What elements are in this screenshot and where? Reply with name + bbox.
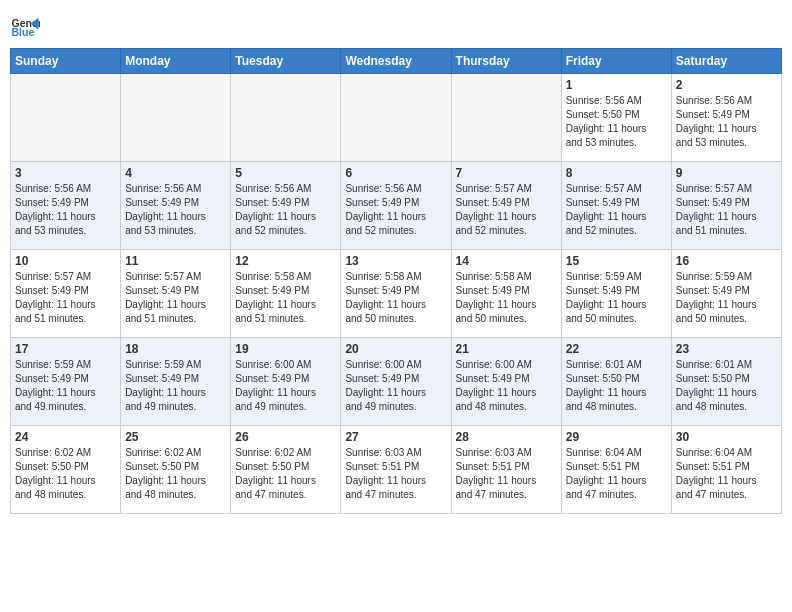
day-number: 1 <box>566 78 667 92</box>
day-number: 18 <box>125 342 226 356</box>
day-info: Sunrise: 6:00 AM Sunset: 5:49 PM Dayligh… <box>345 358 446 414</box>
day-number: 20 <box>345 342 446 356</box>
calendar-cell <box>451 74 561 162</box>
day-number: 11 <box>125 254 226 268</box>
day-number: 26 <box>235 430 336 444</box>
calendar-cell: 22Sunrise: 6:01 AM Sunset: 5:50 PM Dayli… <box>561 338 671 426</box>
weekday-header: Sunday <box>11 49 121 74</box>
day-number: 6 <box>345 166 446 180</box>
calendar-cell: 14Sunrise: 5:58 AM Sunset: 5:49 PM Dayli… <box>451 250 561 338</box>
calendar-cell: 1Sunrise: 5:56 AM Sunset: 5:50 PM Daylig… <box>561 74 671 162</box>
day-info: Sunrise: 5:59 AM Sunset: 5:49 PM Dayligh… <box>15 358 116 414</box>
day-info: Sunrise: 5:57 AM Sunset: 5:49 PM Dayligh… <box>676 182 777 238</box>
calendar-cell <box>11 74 121 162</box>
day-info: Sunrise: 5:57 AM Sunset: 5:49 PM Dayligh… <box>566 182 667 238</box>
day-info: Sunrise: 6:02 AM Sunset: 5:50 PM Dayligh… <box>235 446 336 502</box>
calendar-cell: 21Sunrise: 6:00 AM Sunset: 5:49 PM Dayli… <box>451 338 561 426</box>
calendar-cell: 3Sunrise: 5:56 AM Sunset: 5:49 PM Daylig… <box>11 162 121 250</box>
calendar-cell <box>231 74 341 162</box>
weekday-header: Monday <box>121 49 231 74</box>
weekday-header: Saturday <box>671 49 781 74</box>
weekday-header: Friday <box>561 49 671 74</box>
day-number: 14 <box>456 254 557 268</box>
day-info: Sunrise: 5:59 AM Sunset: 5:49 PM Dayligh… <box>676 270 777 326</box>
day-number: 24 <box>15 430 116 444</box>
calendar-table: SundayMondayTuesdayWednesdayThursdayFrid… <box>10 48 782 514</box>
calendar-cell: 17Sunrise: 5:59 AM Sunset: 5:49 PM Dayli… <box>11 338 121 426</box>
day-info: Sunrise: 5:57 AM Sunset: 5:49 PM Dayligh… <box>125 270 226 326</box>
day-number: 7 <box>456 166 557 180</box>
day-number: 12 <box>235 254 336 268</box>
day-info: Sunrise: 6:01 AM Sunset: 5:50 PM Dayligh… <box>566 358 667 414</box>
day-info: Sunrise: 5:57 AM Sunset: 5:49 PM Dayligh… <box>456 182 557 238</box>
calendar-cell: 5Sunrise: 5:56 AM Sunset: 5:49 PM Daylig… <box>231 162 341 250</box>
day-info: Sunrise: 5:58 AM Sunset: 5:49 PM Dayligh… <box>235 270 336 326</box>
calendar-cell: 27Sunrise: 6:03 AM Sunset: 5:51 PM Dayli… <box>341 426 451 514</box>
day-number: 4 <box>125 166 226 180</box>
day-number: 28 <box>456 430 557 444</box>
page-header: General Blue <box>10 10 782 40</box>
day-info: Sunrise: 5:58 AM Sunset: 5:49 PM Dayligh… <box>456 270 557 326</box>
day-info: Sunrise: 5:59 AM Sunset: 5:49 PM Dayligh… <box>125 358 226 414</box>
calendar-cell: 7Sunrise: 5:57 AM Sunset: 5:49 PM Daylig… <box>451 162 561 250</box>
day-info: Sunrise: 6:04 AM Sunset: 5:51 PM Dayligh… <box>566 446 667 502</box>
day-number: 3 <box>15 166 116 180</box>
day-info: Sunrise: 5:58 AM Sunset: 5:49 PM Dayligh… <box>345 270 446 326</box>
logo-icon: General Blue <box>10 10 40 40</box>
weekday-header: Tuesday <box>231 49 341 74</box>
day-info: Sunrise: 5:56 AM Sunset: 5:49 PM Dayligh… <box>676 94 777 150</box>
day-info: Sunrise: 6:00 AM Sunset: 5:49 PM Dayligh… <box>456 358 557 414</box>
calendar-cell: 19Sunrise: 6:00 AM Sunset: 5:49 PM Dayli… <box>231 338 341 426</box>
day-info: Sunrise: 6:00 AM Sunset: 5:49 PM Dayligh… <box>235 358 336 414</box>
weekday-header: Thursday <box>451 49 561 74</box>
day-number: 29 <box>566 430 667 444</box>
calendar-cell: 15Sunrise: 5:59 AM Sunset: 5:49 PM Dayli… <box>561 250 671 338</box>
day-info: Sunrise: 6:03 AM Sunset: 5:51 PM Dayligh… <box>345 446 446 502</box>
day-info: Sunrise: 6:02 AM Sunset: 5:50 PM Dayligh… <box>125 446 226 502</box>
day-number: 19 <box>235 342 336 356</box>
calendar-cell: 20Sunrise: 6:00 AM Sunset: 5:49 PM Dayli… <box>341 338 451 426</box>
calendar-cell: 13Sunrise: 5:58 AM Sunset: 5:49 PM Dayli… <box>341 250 451 338</box>
day-info: Sunrise: 5:56 AM Sunset: 5:49 PM Dayligh… <box>345 182 446 238</box>
calendar-cell: 28Sunrise: 6:03 AM Sunset: 5:51 PM Dayli… <box>451 426 561 514</box>
calendar-cell: 9Sunrise: 5:57 AM Sunset: 5:49 PM Daylig… <box>671 162 781 250</box>
svg-text:Blue: Blue <box>12 26 35 38</box>
calendar-cell: 25Sunrise: 6:02 AM Sunset: 5:50 PM Dayli… <box>121 426 231 514</box>
day-number: 2 <box>676 78 777 92</box>
calendar-cell: 2Sunrise: 5:56 AM Sunset: 5:49 PM Daylig… <box>671 74 781 162</box>
day-info: Sunrise: 5:57 AM Sunset: 5:49 PM Dayligh… <box>15 270 116 326</box>
calendar-cell: 16Sunrise: 5:59 AM Sunset: 5:49 PM Dayli… <box>671 250 781 338</box>
day-number: 5 <box>235 166 336 180</box>
logo: General Blue <box>10 10 44 40</box>
day-info: Sunrise: 5:56 AM Sunset: 5:49 PM Dayligh… <box>15 182 116 238</box>
calendar-cell: 24Sunrise: 6:02 AM Sunset: 5:50 PM Dayli… <box>11 426 121 514</box>
calendar-cell: 10Sunrise: 5:57 AM Sunset: 5:49 PM Dayli… <box>11 250 121 338</box>
day-number: 23 <box>676 342 777 356</box>
day-number: 13 <box>345 254 446 268</box>
calendar-cell: 29Sunrise: 6:04 AM Sunset: 5:51 PM Dayli… <box>561 426 671 514</box>
day-number: 9 <box>676 166 777 180</box>
calendar-cell: 11Sunrise: 5:57 AM Sunset: 5:49 PM Dayli… <box>121 250 231 338</box>
day-info: Sunrise: 5:59 AM Sunset: 5:49 PM Dayligh… <box>566 270 667 326</box>
calendar-cell <box>121 74 231 162</box>
day-info: Sunrise: 5:56 AM Sunset: 5:49 PM Dayligh… <box>125 182 226 238</box>
weekday-header: Wednesday <box>341 49 451 74</box>
day-info: Sunrise: 6:01 AM Sunset: 5:50 PM Dayligh… <box>676 358 777 414</box>
calendar-cell: 30Sunrise: 6:04 AM Sunset: 5:51 PM Dayli… <box>671 426 781 514</box>
day-info: Sunrise: 6:02 AM Sunset: 5:50 PM Dayligh… <box>15 446 116 502</box>
day-number: 15 <box>566 254 667 268</box>
calendar-header: SundayMondayTuesdayWednesdayThursdayFrid… <box>11 49 782 74</box>
day-number: 27 <box>345 430 446 444</box>
day-number: 25 <box>125 430 226 444</box>
calendar-cell: 12Sunrise: 5:58 AM Sunset: 5:49 PM Dayli… <box>231 250 341 338</box>
calendar-cell: 18Sunrise: 5:59 AM Sunset: 5:49 PM Dayli… <box>121 338 231 426</box>
calendar-cell: 4Sunrise: 5:56 AM Sunset: 5:49 PM Daylig… <box>121 162 231 250</box>
day-info: Sunrise: 5:56 AM Sunset: 5:50 PM Dayligh… <box>566 94 667 150</box>
calendar-cell: 6Sunrise: 5:56 AM Sunset: 5:49 PM Daylig… <box>341 162 451 250</box>
day-number: 10 <box>15 254 116 268</box>
day-info: Sunrise: 6:03 AM Sunset: 5:51 PM Dayligh… <box>456 446 557 502</box>
day-number: 30 <box>676 430 777 444</box>
day-number: 16 <box>676 254 777 268</box>
day-number: 22 <box>566 342 667 356</box>
calendar-cell: 23Sunrise: 6:01 AM Sunset: 5:50 PM Dayli… <box>671 338 781 426</box>
